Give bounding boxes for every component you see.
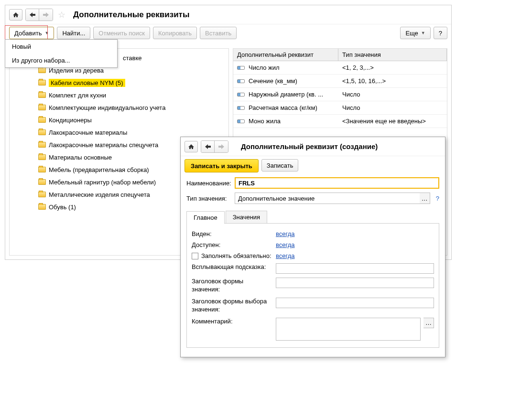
form-title-label: Заголовок формы значения: (192, 278, 273, 294)
folder-icon (38, 142, 46, 148)
home-button[interactable] (9, 9, 22, 21)
required-checkbox[interactable] (192, 253, 198, 259)
available-label: Доступен: (192, 241, 273, 248)
required-label: Заполнять обязательно: (201, 252, 271, 259)
tooltip-field[interactable] (276, 263, 434, 274)
visible-link[interactable]: всегда (276, 230, 294, 237)
save-close-button[interactable]: Записать и закрыть (185, 159, 259, 172)
visible-label: Виден: (192, 230, 273, 237)
tooltip-label: Всплывающая подсказка: (192, 263, 273, 271)
tree-item[interactable]: Комплектующие индивидуального учета (10, 101, 228, 114)
forward-button[interactable] (39, 9, 53, 21)
add-menu[interactable]: Новый Из другого набора... (5, 39, 118, 68)
cancel-search-button[interactable]: Отменить поиск (93, 27, 150, 39)
page-title: Дополнительные реквизиты (73, 10, 189, 20)
form-choice-title-label: Заголовок формы выбора значения: (192, 298, 273, 314)
paste-button[interactable]: Вставить (200, 27, 237, 39)
tab-values[interactable]: Значения (226, 211, 267, 223)
available-link[interactable]: всегда (276, 241, 294, 248)
comment-expand-button[interactable]: … (423, 318, 434, 328)
grid-row[interactable]: Сечение (кв_мм)<1,5, 10, 16,...> (233, 75, 447, 88)
folder-icon (38, 67, 46, 73)
dialog-back-button[interactable] (201, 141, 215, 152)
dialog-forward-button[interactable] (215, 141, 228, 152)
folder-icon (38, 129, 46, 135)
help-button[interactable]: ? (434, 27, 447, 39)
form-title-field[interactable] (276, 278, 434, 288)
property-icon (237, 66, 245, 70)
name-label: Наименование: (186, 180, 232, 187)
tab-main[interactable]: Главное (186, 211, 225, 224)
copy-button[interactable]: Копировать (153, 27, 197, 39)
comment-field[interactable] (276, 318, 421, 341)
grid-row[interactable]: Моно жила<Значения еще не введены> (233, 115, 447, 128)
property-icon (237, 119, 245, 123)
comment-label: Комментарий: (192, 318, 273, 325)
folder-icon (38, 80, 46, 86)
dialog-home-button[interactable] (185, 141, 198, 152)
grid-header-type[interactable]: Тип значения (338, 49, 447, 61)
property-icon (237, 79, 245, 83)
create-property-dialog: Дополнительный реквизит (создание) Запис… (180, 137, 445, 357)
more-button[interactable]: Еще▼ (400, 27, 430, 39)
type-field[interactable] (235, 193, 420, 204)
name-field[interactable] (235, 177, 439, 189)
folder-icon (38, 92, 46, 98)
find-button[interactable]: Найти... (57, 27, 90, 39)
folder-icon (38, 105, 46, 110)
save-button[interactable]: Записать (261, 159, 299, 172)
folder-icon (38, 204, 46, 210)
type-select-button[interactable]: … (420, 193, 430, 204)
required-link[interactable]: всегда (276, 252, 294, 259)
tree-item[interactable]: Кабели силовые NYM (5) (10, 76, 228, 89)
dialog-title: Дополнительный реквизит (создание) (241, 142, 378, 150)
folder-icon (38, 192, 46, 197)
tree-item[interactable]: Комплект для кухни (10, 89, 228, 101)
tree-item[interactable]: Кондиционеры (10, 114, 228, 126)
menu-item-new[interactable]: Новый (5, 40, 117, 54)
form-choice-title-field[interactable] (276, 298, 434, 308)
property-icon (237, 106, 245, 110)
folder-icon (38, 167, 46, 172)
add-button[interactable]: Добавить▼ (9, 27, 54, 39)
folder-icon (38, 179, 46, 185)
folder-icon (38, 154, 46, 160)
grid-row[interactable]: Число жил<1, 2, 3,...> (233, 61, 447, 75)
grid-header-prop[interactable]: Дополнительный реквизит (233, 49, 338, 61)
property-icon (237, 93, 245, 97)
grid-row[interactable]: Расчетная масса (кг/км)Число (233, 101, 447, 115)
type-label: Тип значения: (186, 195, 232, 202)
folder-icon (38, 117, 46, 123)
back-button[interactable] (26, 9, 39, 21)
type-help-icon[interactable]: ? (436, 195, 439, 202)
favorite-icon[interactable]: ☆ (58, 10, 65, 20)
menu-item-from-set[interactable]: Из другого набора... (5, 54, 117, 67)
grid-row[interactable]: Наружный диаметр (кв. ...Число (233, 88, 447, 101)
